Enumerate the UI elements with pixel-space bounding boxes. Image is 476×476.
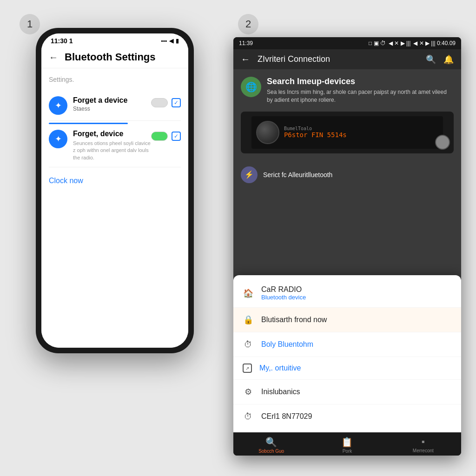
phone-header: ← Bluetooth Settings: [41, 46, 188, 68]
android-status-icons: □ ▣ ⏱ ◀ ✕ ▶ ||| ◀ ✕ ▶ ||| 0:40.09: [369, 40, 456, 46]
android-bottom-nav: 🔍 Sobcch Guo 📋 Pork ▪ Merrecont: [233, 432, 461, 456]
gear-icon: ⚙: [243, 386, 254, 397]
android-screen: 11:39 □ ▣ ⏱ ◀ ✕ ▶ ||| ◀ ✕ ▶ ||| 0:40.09 …: [233, 37, 461, 456]
bluetooth-icon-1: ✦: [49, 96, 67, 115]
phone-mockup: 11:30 1 ▪▪▪ ◀ ▮ ← Bluetooth Settings Set…: [36, 28, 194, 353]
menu-item-1-label: CaR RADIO: [261, 285, 306, 294]
nav-label-search: Sobcch Guo: [258, 449, 284, 454]
car-radio-display: BumelToalo P6stor FIN 5514s: [251, 116, 443, 149]
search-text: Search Imeup-devices Sea les Incrs mim h…: [267, 77, 454, 104]
menu-item-only-bluetooth[interactable]: ⏱ Boly Bluentohm: [233, 332, 461, 357]
android-search-icon[interactable]: 🔍: [426, 54, 436, 65]
android-status-bar: 11:39 □ ▣ ⏱ ◀ ✕ ▶ ||| ◀ ✕ ▶ ||| 0:40.09: [233, 37, 461, 49]
status-icons: ▪▪▪ ◀ ▮: [161, 38, 179, 44]
merrecont-nav-icon: ▪: [422, 436, 425, 447]
checkbox-1[interactable]: ✓: [172, 98, 181, 107]
device-controls-2: ✓: [151, 132, 181, 141]
clock-now-link[interactable]: Clock now: [49, 177, 181, 185]
nav-label-merrecont: Merrecont: [413, 448, 434, 453]
battery-icon: ▮: [176, 38, 179, 44]
radio-text-line1: BumelToalo: [284, 126, 347, 131]
device-name-2: Forget, device: [73, 130, 151, 138]
page-title: Bluetooth Settings: [65, 51, 156, 63]
checkbox-2[interactable]: ✓: [172, 132, 181, 141]
menu-item-my-ortuitive[interactable]: ↗ My,. ortuitive: [233, 357, 461, 380]
bt-symbol-1: ✦: [55, 100, 62, 111]
clock-icon: ⏱: [243, 339, 254, 350]
search-desc: Sea les Incrs mim hing, ar shole can pac…: [267, 88, 454, 104]
android-header: ← ZIvriteri Connection 🔍 🔔: [233, 49, 461, 69]
menu-item-6-label: CErl1 8N77029: [261, 412, 312, 421]
android-page-title: ZIvriteri Connection: [258, 54, 418, 64]
radio-knob: [256, 121, 279, 144]
menu-item-1-text: CaR RADIO Bluetooth device: [261, 285, 306, 301]
device-sub-2: Seunces otions pheel soyli clavice z oph…: [73, 140, 151, 161]
toggle-1[interactable]: [151, 98, 168, 107]
nav-item-search[interactable]: 🔍 Sobcch Guo: [233, 436, 309, 454]
select-all-section: ⚡ Serict fc Alleuritlluetooth: [233, 161, 461, 189]
select-all-text: Serict fc Alleuritlluetooth: [263, 171, 332, 178]
nav-label-pork: Pork: [343, 449, 352, 454]
bluetooth-icon-2: ✦: [49, 130, 67, 148]
settings-label: Settings.: [49, 76, 181, 83]
menu-item-car-radio[interactable]: 🏠 CaR RADIO Bluetooth device: [233, 279, 461, 308]
phone-content: Settings. ✦ Forget a device Staess ✓: [41, 68, 188, 348]
phone-status-bar: 11:30 1 ▪▪▪ ◀ ▮: [41, 33, 188, 46]
radio-avatar: [435, 135, 450, 150]
device-item-1[interactable]: ✦ Forget a device Staess ✓: [49, 91, 181, 121]
bt-symbol-2: ✦: [55, 134, 62, 144]
device-status-1: Staess: [73, 106, 151, 112]
android-notif-icons: □ ▣ ⏱: [369, 40, 386, 46]
android-battery-time: ◀ ✕ ▶ ||| 0:40.09: [413, 40, 456, 46]
device-name-1: Forget a device: [73, 96, 151, 105]
device-controls-1: ✓: [151, 98, 181, 107]
step2-container: 2 11:39 □ ▣ ⏱ ◀ ✕ ▶ ||| ◀ ✕ ▶ ||| 0:40.0…: [233, 9, 461, 456]
device-item-2[interactable]: ✦ Forget, device Seunces otions pheel so…: [49, 124, 181, 167]
android-time: 11:39: [239, 40, 253, 46]
menu-item-5-label: Inislubanics: [261, 388, 300, 396]
menu-item-1-sublabel: Bluetooth device: [261, 294, 306, 301]
search-section: 🌐 Search Imeup-devices Sea les Incrs mim…: [233, 69, 461, 112]
menu-item-2-label: Blutisarth frond now: [261, 316, 327, 324]
menu-item-inislubanics[interactable]: ⚙ Inislubanics: [233, 380, 461, 404]
android-header-icons: 🔍 🔔: [426, 54, 454, 65]
select-all-icon: ⚡: [241, 166, 258, 183]
search-nav-icon: 🔍: [265, 436, 277, 448]
back-button[interactable]: ←: [49, 52, 58, 63]
status-time: 11:30 1: [51, 37, 73, 45]
search-globe-icon: 🌐: [241, 77, 261, 97]
step2-number: 2: [238, 14, 258, 34]
device-info-2: Forget, device Seunces otions pheel soyl…: [73, 130, 151, 161]
android-back-button[interactable]: ←: [241, 54, 250, 65]
search-title: Search Imeup-devices: [267, 77, 454, 86]
radio-text-line2: P6stor FIN 5514s: [284, 131, 347, 139]
home-icon: 🏠: [243, 288, 254, 299]
phone-screen: 11:30 1 ▪▪▪ ◀ ▮ ← Bluetooth Settings Set…: [41, 33, 188, 348]
info-icon: ⏱: [243, 411, 254, 422]
android-connectivity-icons: ◀ ✕ ▶ |||: [389, 40, 410, 46]
pork-nav-icon: 📋: [341, 436, 353, 448]
menu-item-cert[interactable]: ⏱ CErl1 8N77029: [233, 404, 461, 429]
lock-icon: 🔒: [243, 314, 254, 325]
menu-item-bluetooth-now[interactable]: 🔒 Blutisarth frond now: [233, 308, 461, 332]
menu-item-3-label: Boly Bluentohm: [261, 340, 313, 349]
toggle-2[interactable]: [151, 132, 168, 141]
android-content: 🌐 Search Imeup-devices Sea les Incrs mim…: [233, 69, 461, 432]
nav-item-merrecont[interactable]: ▪ Merrecont: [385, 436, 461, 454]
wifi-icon: ◀: [169, 38, 173, 44]
car-radio-image: BumelToalo P6stor FIN 5514s: [241, 112, 454, 153]
menu-item-4-label: My,. ortuitive: [259, 364, 301, 372]
step1-number: 1: [20, 14, 40, 34]
nav-item-pork[interactable]: 📋 Pork: [309, 436, 385, 454]
device-info-1: Forget a device Staess: [73, 96, 151, 112]
radio-display-text: BumelToalo P6stor FIN 5514s: [284, 126, 347, 139]
step1-container: 1 11:30 1 ▪▪▪ ◀ ▮ ← Bluetooth Settings S…: [15, 9, 215, 456]
signal-icon: ▪▪▪: [161, 38, 167, 44]
share-icon: ↗: [243, 364, 252, 373]
bottom-sheet: 🏠 CaR RADIO Bluetooth device 🔒 Blutisart…: [233, 275, 461, 432]
android-bell-icon[interactable]: 🔔: [443, 54, 454, 65]
